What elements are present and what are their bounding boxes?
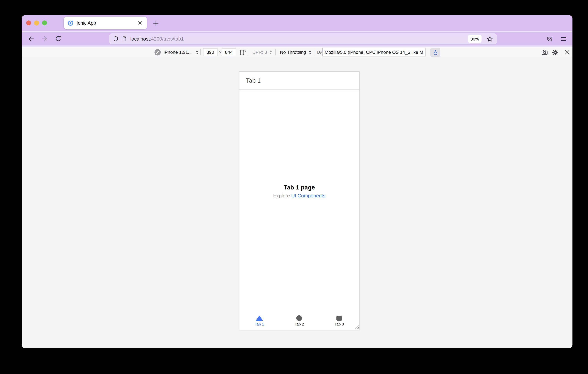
header-title: Tab 1 — [246, 77, 261, 84]
size-times-label: × — [219, 47, 222, 57]
bottom-tab-bar: Tab 1 Tab 2 Tab 3 — [240, 313, 359, 330]
app-header: Tab 1 — [240, 72, 359, 90]
touch-pointer-icon — [432, 49, 438, 55]
back-button[interactable] — [26, 34, 36, 43]
toolbar-separator — [314, 49, 314, 55]
tab-title: Ionic App — [76, 20, 136, 26]
viewport-resize-handle[interactable] — [354, 324, 359, 329]
shield-icon[interactable] — [113, 36, 119, 42]
navigation-toolbar: localhost:4200/tabs/tab1 80% — [21, 32, 572, 45]
hamburger-menu-icon[interactable] — [558, 34, 568, 44]
rdm-settings-gear-icon[interactable] — [550, 48, 560, 56]
url-bar[interactable]: localhost:4200/tabs/tab1 80% — [109, 33, 497, 44]
bookmarks-strip — [21, 45, 572, 47]
throttling-selector[interactable]: No Throttling — [280, 47, 306, 57]
tab-close-icon[interactable] — [136, 20, 143, 26]
browser-tab-strip: Ionic App — [21, 15, 572, 31]
minimize-window-button[interactable] — [34, 21, 39, 25]
page-info-icon[interactable] — [122, 36, 127, 42]
ui-components-link[interactable]: UI Components — [291, 193, 326, 199]
explore-text: Explore UI Components — [240, 193, 359, 199]
touch-simulation-toggle[interactable] — [430, 48, 440, 57]
tab-button-tab3[interactable]: Tab 3 — [319, 313, 359, 330]
safari-compass-icon — [154, 49, 161, 56]
dpr-selector[interactable]: DPR: 3 — [252, 47, 267, 57]
browser-content-area: Tab 1 Tab 1 page Explore UI Components T… — [21, 57, 572, 347]
url-text: localhost:4200/tabs/tab1 — [130, 36, 184, 42]
circle-icon — [296, 315, 302, 321]
stepper-arrows-icon[interactable] — [196, 50, 199, 54]
tab-button-tab1[interactable]: Tab 1 — [240, 313, 279, 330]
pocket-icon[interactable] — [545, 34, 555, 44]
tab-label: Tab 3 — [335, 322, 344, 326]
viewport-width-input[interactable] — [203, 48, 218, 56]
user-agent-input[interactable] — [322, 48, 426, 56]
stepper-arrows-icon[interactable] — [269, 50, 273, 54]
explore-prefix: Explore — [273, 193, 291, 199]
responsive-design-toolbar: iPhone 12/1... × DPR: 3 No Throttling — [21, 47, 572, 57]
tab-label: Tab 2 — [295, 322, 304, 326]
tab-label: Tab 1 — [255, 322, 264, 326]
active-browser-tab[interactable]: Ionic App — [64, 17, 147, 29]
forward-button[interactable] — [40, 34, 49, 43]
url-path: :4200/tabs/tab1 — [150, 36, 184, 42]
device-viewport: Tab 1 Tab 1 page Explore UI Components T… — [239, 71, 359, 330]
toolbar-separator — [200, 49, 201, 55]
url-host: localhost — [130, 36, 150, 42]
rotate-viewport-icon[interactable] — [239, 49, 246, 56]
reload-button[interactable] — [53, 34, 63, 43]
viewport-height-input[interactable] — [222, 48, 236, 56]
screenshot-stage: Ionic App — [0, 0, 588, 374]
toolbar-separator — [561, 49, 561, 55]
triangle-icon — [256, 315, 263, 321]
new-tab-button[interactable] — [150, 18, 161, 28]
zoom-window-button[interactable] — [42, 21, 47, 25]
device-selector[interactable]: iPhone 12/1... — [164, 47, 192, 57]
close-rdm-icon[interactable] — [563, 48, 572, 56]
ionic-favicon-icon — [67, 20, 74, 26]
bookmark-star-icon[interactable] — [486, 35, 494, 43]
close-window-button[interactable] — [26, 21, 31, 25]
zoom-level-badge[interactable]: 80% — [468, 35, 482, 43]
page-title: Tab 1 page — [240, 184, 359, 191]
screenshot-camera-icon[interactable] — [540, 48, 549, 56]
square-icon — [337, 315, 342, 321]
tab-button-tab2[interactable]: Tab 2 — [279, 313, 319, 330]
toolbar-separator — [275, 49, 276, 55]
stepper-arrows-icon[interactable] — [308, 50, 312, 54]
browser-window: Ionic App — [21, 15, 572, 348]
toolbar-separator — [248, 49, 248, 55]
page-center-block: Tab 1 page Explore UI Components — [240, 184, 359, 199]
